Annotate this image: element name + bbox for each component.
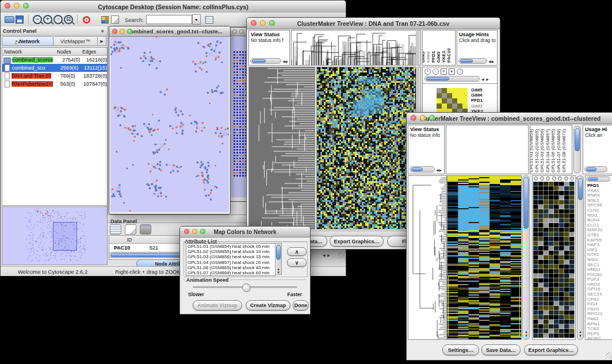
tv2-row-dendrogram[interactable] — [408, 175, 447, 340]
minimize-icon[interactable] — [192, 229, 197, 234]
network-window-title: combined_scores_good.txt--cluste... — [127, 28, 222, 35]
close-icon[interactable] — [232, 29, 237, 34]
main-resize-grip[interactable] — [338, 252, 345, 259]
attribute-item-3[interactable]: GPL51-04 (GSM857) heat shock 20 min — [186, 260, 275, 265]
tv1-top-scroll-strip[interactable] — [418, 30, 421, 66]
tv2-resize-grip[interactable] — [606, 352, 612, 359]
slider-thumb[interactable] — [242, 283, 251, 292]
tv1-detail-scroll-arrows[interactable]: ◀ ▶ — [481, 77, 489, 81]
minimize-icon[interactable] — [239, 29, 244, 34]
birdseye-panel[interactable] — [2, 206, 108, 265]
zoom-in-icon[interactable]: + — [43, 14, 53, 25]
tv2-settings-button[interactable]: Settings… — [442, 344, 479, 355]
tab-vizmapper[interactable]: VizMapper™ — [53, 36, 98, 46]
close-icon[interactable] — [251, 20, 257, 26]
close-icon[interactable] — [112, 29, 117, 34]
zoom-window-icon[interactable] — [429, 115, 435, 121]
tv2-gene-hscroll[interactable] — [586, 177, 610, 182]
help-icon[interactable] — [81, 14, 91, 25]
move-attribute-up-button[interactable]: ∧ — [287, 247, 307, 256]
animation-speed-slider[interactable] — [193, 286, 297, 288]
attribute-item-1[interactable]: GPL51-02 (GSM855) heat shock 10 min — [186, 249, 275, 254]
network-row-2[interactable]: DNA and Tran 07769(0)183728(0) — [2, 72, 107, 80]
detail-pan-icon[interactable]: ✛ — [441, 68, 447, 75]
annotation-icon[interactable] — [110, 14, 120, 25]
treeview1-titlebar[interactable]: ClusterMaker TreeView : DNA and Tran 07-… — [247, 18, 500, 29]
open-file-icon[interactable] — [4, 14, 14, 25]
attribute-item-2[interactable]: GPL51-03 (GSM856) heat shock 15 min — [186, 254, 275, 259]
tv1-heatmap[interactable] — [316, 67, 416, 229]
network-row-3[interactable]: RNAPuberNov2+|563(0)107847(0) — [2, 80, 107, 88]
delete-attribute-icon[interactable] — [140, 224, 151, 235]
new-attribute-icon[interactable] — [125, 224, 136, 235]
tv2-status-hscroll[interactable] — [410, 166, 435, 173]
tv1-export-graphics-button[interactable]: Export Graphics… — [330, 236, 384, 247]
tab-network[interactable]: Network — [2, 36, 53, 46]
tv1-column-dendrogram[interactable] — [291, 30, 416, 66]
tv2-heatmap[interactable] — [447, 175, 522, 340]
tv1-status-scroll-arrows[interactable]: ◀▶ — [282, 59, 289, 63]
search-dropdown-icon[interactable]: ▼ — [192, 14, 201, 25]
close-icon[interactable] — [184, 229, 189, 234]
search-input[interactable] — [146, 15, 192, 24]
tv1-hints-scroll-arrows[interactable]: ◀▶ — [488, 59, 495, 63]
attribute-table-icon[interactable] — [204, 14, 215, 25]
tv1-row-dendrogram[interactable] — [248, 67, 315, 229]
tv2-export-graphics-button[interactable]: Export Graphics… — [524, 344, 578, 355]
gene-item[interactable]: MON2 — [587, 336, 602, 340]
gene-list[interactable]: PFD1YRA1RNR4MSL1SPC98CLN1NIS1BUD4ELG1MAK… — [587, 183, 602, 340]
zoom-window-icon[interactable] — [127, 29, 132, 34]
tv2-heat-vscroll[interactable]: ▲▼ — [522, 175, 530, 340]
tv2-top-vscroll[interactable] — [573, 126, 581, 173]
attribute-list[interactable]: GPL51-01 (GSM854) heat shock 05 minGPL51… — [186, 243, 276, 276]
detail-zoom-out-icon[interactable]: − — [433, 68, 439, 75]
zoom-window-icon[interactable] — [23, 3, 29, 9]
main-titlebar[interactable]: Cytoscape Desktop (Session Name: collins… — [1, 1, 346, 13]
detail-select-icon[interactable]: ▸ — [449, 68, 455, 75]
zoom-selected-icon[interactable]: ▫ — [53, 14, 63, 25]
birdseye-viewport-rect[interactable] — [53, 222, 77, 251]
vizmapper-icon[interactable] — [100, 14, 110, 25]
tv2-zoom-panel[interactable] — [532, 175, 576, 340]
zoom-window-icon[interactable] — [200, 229, 205, 234]
tv1-hints-hscroll[interactable] — [458, 58, 487, 64]
save-icon[interactable] — [14, 14, 25, 25]
network-canvas[interactable] — [110, 37, 229, 212]
data-panel-scroll-arrows[interactable]: ◀ ▶ — [323, 253, 331, 257]
tv1-detail-hscroll[interactable] — [424, 76, 480, 82]
tv1-status-hscroll[interactable] — [250, 58, 281, 64]
select-attributes-icon[interactable] — [110, 224, 121, 235]
treeview2-titlebar[interactable]: ClusterMaker TreeView : combined_scores_… — [407, 113, 612, 124]
detail-zoom-in-icon[interactable]: + — [424, 68, 431, 75]
zoom-window-icon[interactable] — [269, 20, 275, 26]
attribute-item-0[interactable]: GPL51-01 (GSM854) heat shock 05 min — [186, 244, 275, 249]
network-row-0[interactable]: combined_scores2764(0)16218(0) — [2, 56, 107, 64]
attribute-item-4[interactable]: GPL51-06 (GSM865) heat shock 40 min — [186, 265, 275, 270]
network-row-1[interactable]: combined_sco2569(6)13112(15) — [2, 64, 107, 72]
minimize-icon[interactable] — [120, 29, 125, 34]
network-window-titlebar[interactable]: combined_scores_good.txt--cluste... — [109, 26, 230, 37]
zoom-fit-icon[interactable]: ⊡ — [63, 14, 74, 25]
tv2-hints-hscroll[interactable] — [584, 166, 607, 173]
tv2-col-label: GPL51-03 (GSM856) — [540, 129, 545, 173]
tv2-save-data-button[interactable]: Save Data… — [481, 344, 521, 355]
move-attribute-down-button[interactable]: ∨ — [287, 258, 307, 267]
tv2-gene-vscroll[interactable]: ▲▼ — [577, 175, 584, 340]
done-button[interactable]: Done — [293, 300, 309, 311]
create-vizmap-button[interactable]: Create Vizmap — [246, 300, 290, 311]
attribute-list-vscroll[interactable]: ▲▼ — [275, 243, 282, 275]
zoom-out-icon[interactable]: − — [32, 14, 43, 25]
tv2-column-dendrogram[interactable] — [446, 125, 529, 174]
tv2-status-scroll-arrows[interactable]: ◀▶ — [436, 168, 442, 172]
minimize-icon[interactable] — [260, 20, 266, 26]
minimize-icon[interactable] — [14, 3, 20, 9]
detail-fit-icon[interactable]: □ — [457, 68, 463, 75]
close-icon[interactable] — [411, 115, 416, 121]
attribute-item-5[interactable]: GPL51-07 (GSM868) heat shock 60 min — [186, 270, 275, 275]
animate-vizmap-button[interactable]: Animate Vizmap — [193, 300, 242, 311]
close-icon[interactable] — [5, 3, 10, 9]
tab-overflow-arrow[interactable]: ▶ — [98, 36, 106, 46]
control-panel-float-icon[interactable]: ∗ — [100, 28, 108, 34]
dialog-titlebar[interactable]: Map Colors to Network — [180, 227, 310, 237]
minimize-icon[interactable] — [420, 115, 426, 121]
